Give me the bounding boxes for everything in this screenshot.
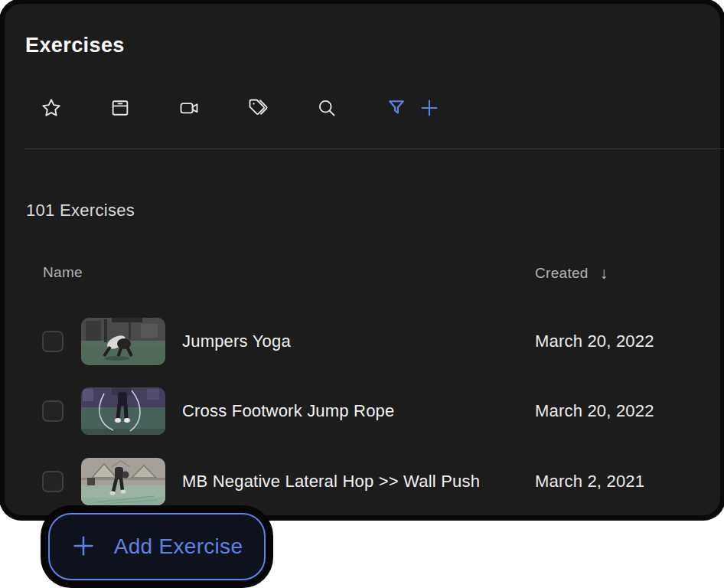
exercises-window: Exercises: [5, 4, 720, 515]
exercise-thumbnail[interactable]: [81, 387, 165, 435]
exercise-created-date: March 20, 2022: [535, 318, 654, 365]
row-checkbox[interactable]: [42, 471, 64, 492]
plus-icon: [71, 534, 96, 560]
favorites-button[interactable]: [38, 94, 65, 122]
archive-icon: [109, 97, 131, 119]
page-title: Exercises: [25, 34, 125, 57]
exercise-count: 101 Exercises: [26, 201, 135, 220]
star-icon: [41, 97, 62, 119]
add-exercise-label: Add Exercise: [114, 534, 243, 559]
row-checkbox[interactable]: [42, 400, 64, 422]
exercise-created-date: March 20, 2022: [535, 387, 654, 435]
exercises-screen: Exercises: [0, 0, 724, 588]
filter-button[interactable]: [383, 94, 410, 122]
tags-button[interactable]: [244, 94, 272, 122]
add-exercise-button[interactable]: Add Exercise: [48, 513, 266, 580]
exercise-name[interactable]: Cross Footwork Jump Rope: [182, 387, 394, 435]
exercise-row[interactable]: MB Negative Lateral Hop >> Wall Push Mar…: [5, 458, 724, 505]
exercise-name[interactable]: Jumpers Yoga: [182, 318, 291, 365]
exercise-created-date: March 2, 2021: [535, 458, 644, 505]
tags-icon: [247, 97, 269, 119]
exercise-name[interactable]: MB Negative Lateral Hop >> Wall Push: [182, 458, 480, 505]
sort-desc-icon[interactable]: ↓: [600, 264, 608, 283]
add-filter-button[interactable]: [416, 94, 443, 122]
exercise-row[interactable]: Cross Footwork Jump Rope March 20, 2022: [5, 387, 724, 435]
video-camera-icon: [178, 97, 200, 119]
exercise-row[interactable]: Jumpers Yoga March 20, 2022: [5, 318, 724, 365]
archive-button[interactable]: [106, 94, 134, 122]
video-button[interactable]: [175, 94, 203, 122]
search-icon: [316, 97, 338, 119]
exercise-thumbnail[interactable]: [81, 458, 165, 505]
row-checkbox[interactable]: [42, 331, 64, 352]
plus-icon: [419, 97, 440, 119]
column-header-created[interactable]: Created ↓: [535, 264, 608, 283]
column-header-name: Name: [43, 264, 83, 281]
toolbar-divider: [24, 149, 724, 149]
exercise-thumbnail[interactable]: [81, 318, 165, 365]
search-button[interactable]: [313, 94, 341, 122]
filter-icon: [386, 97, 407, 119]
